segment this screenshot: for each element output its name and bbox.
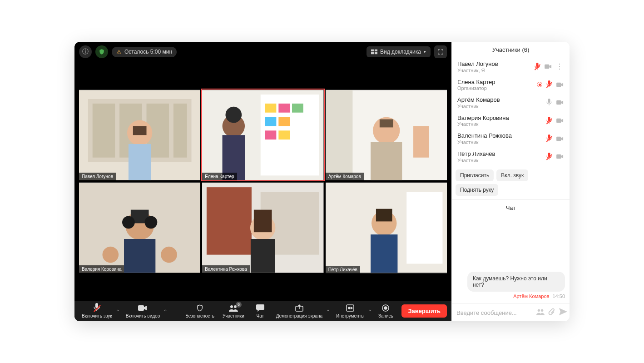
recording-icon: [537, 82, 542, 87]
svg-point-72: [538, 309, 540, 312]
camera-icon: [544, 63, 552, 71]
participants-button[interactable]: 6 Участники: [220, 303, 247, 318]
side-panel: Участники (6) Павел ЛогуновУчастник, Я⋮Е…: [451, 42, 570, 321]
audio-button[interactable]: Включить звук: [79, 303, 115, 318]
tools-icon: [346, 303, 354, 313]
svg-point-37: [102, 247, 119, 263]
participant-row[interactable]: Валентина РожковаУчастник: [456, 129, 566, 148]
mic-icon: [545, 80, 553, 89]
svg-rect-6: [93, 103, 115, 157]
svg-point-52: [230, 305, 233, 308]
participants-actions: Пригласить Вкл. звук Поднять руку: [452, 166, 570, 199]
video-tile[interactable]: Артём Комаров: [326, 90, 447, 181]
chat-input[interactable]: [456, 309, 533, 316]
svg-rect-70: [548, 153, 550, 157]
shield-icon: [196, 303, 203, 313]
share-button[interactable]: Демонстрация экрана: [273, 303, 325, 318]
fullscreen-button[interactable]: [434, 45, 447, 58]
participants-label: Участники: [223, 313, 244, 318]
mic-icon: [94, 303, 100, 313]
svg-rect-1: [375, 50, 377, 51]
invite-button[interactable]: Пригласить: [456, 169, 494, 181]
svg-rect-51: [138, 305, 144, 311]
shield-icon: [99, 49, 105, 55]
video-caret[interactable]: ⌃: [163, 309, 168, 318]
security-button[interactable]: Безопасность: [183, 303, 217, 318]
send-icon[interactable]: [559, 308, 567, 317]
participant-role: Участник, Я: [457, 68, 530, 73]
video-icon: [138, 303, 147, 313]
tools-caret[interactable]: ⌃: [367, 309, 372, 318]
participant-row[interactable]: Валерия КоровинаУчастник: [456, 112, 566, 130]
svg-rect-48: [376, 209, 392, 222]
svg-rect-21: [279, 130, 290, 139]
svg-rect-2: [371, 52, 374, 54]
svg-rect-40: [207, 187, 252, 255]
view-mode-button[interactable]: Вид докладчика ▾: [367, 46, 431, 57]
audio-caret[interactable]: ⌃: [115, 309, 120, 318]
tile-name-tag: Елена Картер: [202, 173, 237, 180]
svg-point-59: [384, 307, 387, 309]
mic-icon: [545, 153, 553, 161]
chat-body: Как думаешь? Нужно это или нет? Артём Ко…: [452, 216, 570, 303]
chat-panel-title: Чат: [452, 199, 570, 216]
participant-name: Артём Комаров: [457, 96, 542, 104]
svg-rect-17: [292, 103, 303, 112]
svg-point-34: [122, 216, 135, 229]
participant-role: Участник: [457, 104, 542, 109]
chat-button[interactable]: Чат: [250, 303, 271, 318]
svg-rect-49: [371, 234, 397, 273]
video-tile[interactable]: Павел Логунов: [79, 90, 200, 180]
svg-rect-69: [556, 136, 561, 140]
participants-list: Павел ЛогуновУчастник, Я⋮Елена КартерОрг…: [452, 58, 570, 166]
svg-rect-9: [173, 103, 187, 157]
participant-role: Участник: [457, 121, 542, 127]
svg-rect-36: [124, 239, 155, 273]
chat-message-meta: Артём Комаров 14:50: [513, 293, 565, 299]
participant-row[interactable]: Пётр ЛихачёвУчастник: [456, 148, 566, 166]
app-window: ⓘ ⚠ Осталось 5:00 мин Вид докладчика ▾: [74, 42, 570, 321]
mute-all-button[interactable]: Вкл. звук: [496, 169, 528, 181]
participant-row[interactable]: Павел ЛогуновУчастник, Я⋮: [456, 58, 566, 76]
video-tile[interactable]: Валерия Коровина: [79, 182, 200, 273]
raise-hand-button[interactable]: Поднять руку: [456, 184, 498, 196]
record-button[interactable]: Запись: [375, 303, 396, 318]
share-caret[interactable]: ⌃: [325, 309, 331, 318]
svg-rect-46: [406, 192, 442, 264]
svg-rect-30: [413, 126, 429, 157]
svg-rect-26: [326, 90, 352, 180]
more-icon[interactable]: ⋮: [555, 62, 564, 71]
svg-point-23: [226, 106, 242, 123]
svg-point-57: [348, 307, 350, 309]
mic-icon: [545, 117, 553, 125]
chat-label: Чат: [256, 313, 264, 318]
mention-icon[interactable]: [536, 308, 545, 317]
time-remaining-pill[interactable]: ⚠ Осталось 5:00 мин: [112, 47, 177, 57]
participants-count-badge: 6: [236, 302, 242, 308]
tools-button[interactable]: Инструменты: [333, 303, 367, 318]
svg-point-73: [541, 309, 543, 312]
end-call-button[interactable]: Завершить: [401, 304, 447, 318]
info-button[interactable]: ⓘ: [79, 45, 92, 58]
tools-label: Инструменты: [336, 313, 364, 318]
camera-icon: [556, 153, 564, 161]
svg-rect-19: [279, 117, 290, 126]
info-icon: ⓘ: [82, 48, 89, 56]
video-button[interactable]: Включить видео: [123, 303, 163, 318]
svg-rect-29: [371, 142, 402, 180]
participant-video: [326, 182, 447, 273]
video-tile[interactable]: Елена Картер: [202, 90, 323, 180]
video-tile[interactable]: Валентина Рожкова: [202, 182, 323, 273]
view-mode-label: Вид докладчика: [380, 49, 421, 55]
participant-row[interactable]: Артём КомаровУчастник: [456, 94, 566, 112]
chat-input-row: [452, 303, 570, 321]
participant-row[interactable]: Елена КартерОрганизатор: [456, 76, 566, 94]
video-tile[interactable]: Пётр Лихачёв: [326, 182, 447, 273]
participant-role: Организатор: [457, 85, 534, 91]
security-status-button[interactable]: [95, 45, 108, 58]
svg-rect-63: [556, 83, 561, 87]
camera-icon: [556, 80, 564, 89]
attach-icon[interactable]: [548, 308, 555, 318]
svg-rect-18: [265, 117, 277, 126]
svg-rect-54: [256, 304, 264, 310]
